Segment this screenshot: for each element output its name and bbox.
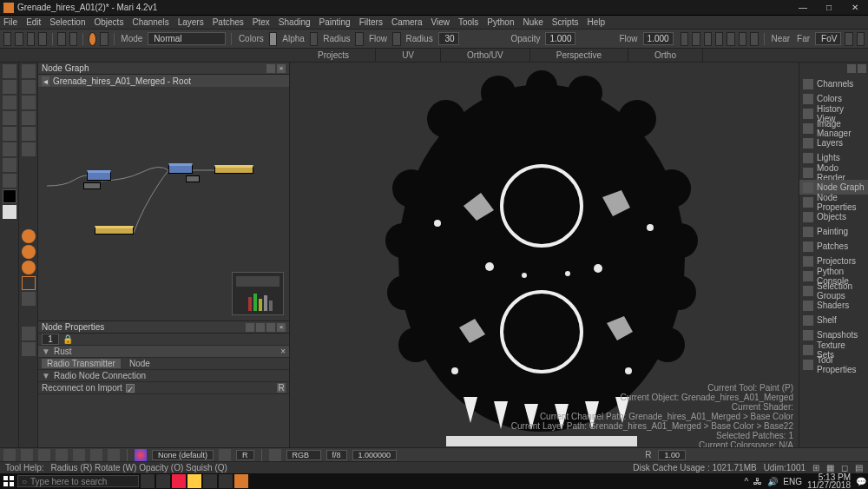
lock-icon[interactable]: 🔒 <box>62 334 73 344</box>
bb-d-icon[interactable] <box>219 449 231 461</box>
status-icon-a[interactable]: ⊞ <box>812 463 819 472</box>
paint-tool-b-icon[interactable] <box>22 245 36 259</box>
menu-file[interactable]: File <box>3 17 17 27</box>
tray-net-icon[interactable]: 🖧 <box>753 477 762 486</box>
menu-objects[interactable]: Objects <box>95 17 124 27</box>
menu-shading[interactable]: Shading <box>279 17 311 27</box>
node-input[interactable] <box>87 170 111 181</box>
rp-objects[interactable]: Objects <box>799 209 868 224</box>
menu-selection[interactable]: Selection <box>49 17 85 27</box>
bb-rotate-icon[interactable] <box>38 449 50 461</box>
rp-channels[interactable]: Channels <box>799 76 868 91</box>
paint-tool-e-icon[interactable] <box>22 292 36 306</box>
history-icon[interactable] <box>22 327 36 340</box>
text-icon[interactable] <box>3 142 16 156</box>
menu-scripts[interactable]: Scripts <box>552 17 579 27</box>
vp-btn7[interactable] <box>750 32 758 46</box>
np-a-icon[interactable] <box>246 323 254 332</box>
rp-layers[interactable]: Layers <box>799 135 868 150</box>
bb-move-icon[interactable] <box>21 449 33 461</box>
color-fg-icon[interactable] <box>3 189 16 203</box>
flow2-value[interactable]: 1.000 <box>643 32 674 45</box>
vp-btn6[interactable] <box>739 32 746 46</box>
collapse-icon[interactable]: ▼ <box>42 347 50 356</box>
vp-btn3[interactable] <box>704 32 712 46</box>
menu-python[interactable]: Python <box>487 17 514 27</box>
fov-select[interactable]: FoV <box>815 32 841 45</box>
node-aux1[interactable] <box>83 182 101 189</box>
new-icon[interactable] <box>3 32 11 46</box>
menu-edit[interactable]: Edit <box>26 17 41 27</box>
gain-value[interactable]: 1.000000 <box>352 450 398 460</box>
tray-up-icon[interactable]: ^ <box>745 477 749 486</box>
tray-notif-icon[interactable]: 💬 <box>856 477 866 486</box>
lasso-icon[interactable] <box>3 80 16 94</box>
record-icon[interactable] <box>89 32 96 46</box>
menu-channels[interactable]: Channels <box>132 17 168 27</box>
menu-camera[interactable]: Camera <box>391 17 423 27</box>
tray-date[interactable]: 11/27/2018 <box>807 481 851 489</box>
measure-icon[interactable] <box>22 142 36 156</box>
rp-modo[interactable]: Modo Render <box>799 165 868 180</box>
hand-icon[interactable] <box>22 80 36 94</box>
near-label[interactable]: Near <box>771 34 790 43</box>
vp-btn8[interactable] <box>845 32 852 46</box>
explorer-icon[interactable] <box>187 474 201 488</box>
arrow-icon[interactable] <box>3 64 16 78</box>
menu-nuke[interactable]: Nuke <box>523 17 543 27</box>
channel-select[interactable]: RGB <box>286 450 321 460</box>
vp-btn1[interactable] <box>681 32 688 46</box>
node-close-icon[interactable]: × <box>280 347 286 356</box>
radius-preview[interactable] <box>355 32 363 46</box>
save-icon[interactable] <box>27 32 35 46</box>
menu-tools[interactable]: Tools <box>458 17 478 27</box>
brush-icon[interactable] <box>3 111 16 125</box>
bb-a-icon[interactable] <box>73 449 85 461</box>
r-value[interactable]: 1.00 <box>658 450 686 460</box>
ng-close-icon[interactable]: × <box>277 64 286 73</box>
undo-icon[interactable] <box>57 32 65 46</box>
reset-icon[interactable]: R <box>277 383 286 393</box>
zoom-icon[interactable] <box>22 96 36 109</box>
vp-btn4[interactable] <box>715 32 723 46</box>
vp-btn9[interactable] <box>857 32 865 46</box>
node-output[interactable] <box>214 165 253 174</box>
np-close-icon[interactable]: × <box>277 323 286 332</box>
menu-layers[interactable]: Layers <box>178 17 204 27</box>
cortana-icon[interactable] <box>141 474 155 488</box>
menu-ptex[interactable]: Ptex <box>253 17 270 27</box>
flow-preview[interactable] <box>392 32 400 46</box>
tab-orthouv[interactable]: Ortho/UV <box>441 49 530 62</box>
start-button[interactable] <box>2 474 16 488</box>
rp-ctrl-a[interactable] <box>847 64 856 73</box>
fstop-value[interactable]: f/8 <box>326 450 347 460</box>
node-rust[interactable] <box>95 226 134 235</box>
move-icon[interactable] <box>22 64 36 78</box>
tab-ortho[interactable]: Ortho <box>628 49 703 62</box>
line-icon[interactable] <box>3 158 16 172</box>
section-collapse-icon[interactable]: ▼ <box>42 371 50 380</box>
rp-shelf[interactable]: Shelf <box>799 313 868 327</box>
menu-view[interactable]: View <box>431 17 450 27</box>
node-graph-canvas[interactable] <box>38 87 289 321</box>
rp-patches[interactable]: Patches <box>799 239 868 254</box>
layers-icon[interactable] <box>22 342 36 356</box>
preset-select[interactable]: None (default) <box>152 450 214 460</box>
rp-image-manager[interactable]: Image Manager <box>799 121 868 135</box>
np-pin-icon[interactable] <box>266 323 275 332</box>
reconnect-checkbox[interactable]: ✓ <box>126 384 135 393</box>
paint-tool-a-icon[interactable] <box>22 229 36 243</box>
menu-patches[interactable]: Patches <box>213 17 244 27</box>
menu-help[interactable]: Help <box>587 17 605 27</box>
paint-tool-d-icon[interactable] <box>22 276 36 290</box>
color-wheel-icon[interactable] <box>135 449 147 461</box>
bb-scale-icon[interactable] <box>56 449 68 461</box>
node-graph-breadcrumb[interactable]: ◂ Grenade_hires_A01_Merged - Root <box>38 75 289 87</box>
rp-ctrl-b[interactable] <box>858 64 866 73</box>
status-icon-d[interactable]: ▤ <box>855 463 863 472</box>
paint-tool-c-icon[interactable] <box>22 261 36 274</box>
rp-painting[interactable]: Painting <box>799 224 868 239</box>
menu-filters[interactable]: Filters <box>359 17 383 27</box>
tab-uv[interactable]: UV <box>376 49 441 62</box>
colors-swatch[interactable] <box>269 32 277 46</box>
